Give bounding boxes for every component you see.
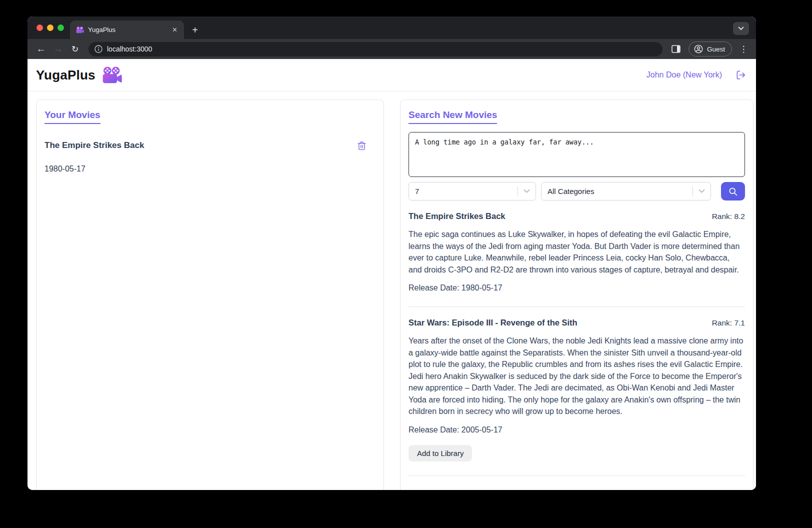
result-header: Star Wars: Episode III - Revenge of the … [408, 318, 745, 328]
add-to-library-button[interactable]: Add to Library [408, 445, 472, 462]
browser-toolbar: ← → ↻ localhost:3000 Guest ⋮ [28, 39, 756, 59]
profile-button[interactable]: Guest [688, 42, 732, 56]
result-header: The Empire Strikes Back Rank: 8.2 [408, 212, 745, 221]
guest-avatar-icon [694, 44, 704, 54]
tab-title: YugaPlus [88, 26, 166, 34]
category-value: All Categories [548, 187, 692, 196]
url-text: localhost:3000 [107, 45, 152, 53]
results-limit-value: 7 [415, 187, 518, 196]
search-result: The Empire Strikes Back Rank: 8.2 The ep… [408, 212, 745, 307]
library-movie-row: The Empire Strikes Back [44, 140, 376, 151]
side-panel-icon [672, 45, 680, 53]
result-description: The epic saga continues as Luke Skywalke… [408, 228, 745, 276]
result-release-date: Release Date: 1980-05-17 [408, 284, 745, 292]
side-panel-button[interactable] [668, 42, 684, 56]
search-result: Star Wars: Episode III - Revenge of the … [408, 318, 745, 476]
result-release-date: Release Date: 2005-05-17 [408, 426, 745, 434]
forward-button[interactable]: → [50, 42, 66, 56]
chevron-down-icon [693, 189, 710, 194]
tab-yugaplus[interactable]: YugaPlus ✕ [70, 20, 184, 39]
search-controls: 7 All Categories [408, 182, 745, 200]
search-icon [728, 186, 738, 196]
search-panel: Search New Movies A long time ago in a g… [400, 100, 754, 490]
movie-camera-icon [102, 66, 122, 84]
close-window-button[interactable] [36, 24, 43, 31]
your-movies-title: Your Movies [44, 110, 100, 124]
search-new-movies-title: Search New Movies [408, 110, 497, 124]
site-info-icon[interactable] [94, 45, 102, 53]
minimize-window-button[interactable] [47, 24, 54, 31]
tab-search-chevron-button[interactable] [733, 22, 749, 35]
search-button[interactable] [721, 182, 745, 200]
yugaplus-page: YugaPlus John Doe (New York) [28, 59, 756, 490]
browser-window: YugaPlus ✕ + ← → ↻ localhost:3000 [28, 16, 756, 490]
trash-icon [357, 140, 366, 151]
user-account-link[interactable]: John Doe (New York) [646, 70, 722, 80]
result-rank: Rank: 7.1 [712, 318, 745, 328]
chevron-down-icon [738, 26, 744, 30]
tab-strip: YugaPlus ✕ + [28, 16, 756, 39]
result-title: The Empire Strikes Back [408, 212, 506, 221]
address-bar[interactable]: localhost:3000 [88, 42, 662, 56]
your-movies-panel: Your Movies The Empire Strikes Back 1980… [36, 100, 384, 490]
delete-movie-button[interactable] [357, 140, 366, 151]
result-description: Years after the onset of the Clone Wars,… [408, 335, 745, 418]
library-movie-title: The Empire Strikes Back [44, 140, 144, 150]
app-header: YugaPlus John Doe (New York) [28, 59, 756, 92]
reload-button[interactable]: ↻ [68, 42, 82, 56]
guest-label: Guest [707, 46, 725, 53]
category-select[interactable]: All Categories [541, 182, 711, 200]
search-query-input[interactable]: A long time ago in a galaxy far, far awa… [408, 132, 745, 177]
tab-favicon-movie-camera-icon [76, 26, 84, 34]
tab-close-icon[interactable]: ✕ [170, 25, 179, 34]
logout-button[interactable] [736, 70, 746, 80]
back-button[interactable]: ← [34, 42, 48, 56]
app-logo-text: YugaPlus [36, 68, 96, 83]
new-tab-button[interactable]: + [188, 23, 202, 37]
result-rank: Rank: 8.2 [712, 212, 745, 221]
result-divider [408, 476, 745, 476]
maximize-window-button[interactable] [58, 24, 64, 31]
results-limit-select[interactable]: 7 [408, 182, 536, 200]
result-title: Star Wars: Episode III - Revenge of the … [408, 318, 578, 328]
browser-menu-button[interactable]: ⋮ [737, 42, 750, 56]
chevron-down-icon [518, 189, 536, 194]
logout-icon [736, 70, 746, 80]
library-movie-date: 1980-05-17 [44, 164, 376, 174]
result-divider [408, 306, 745, 307]
window-controls [36, 16, 64, 39]
main-content: Your Movies The Empire Strikes Back 1980… [28, 92, 756, 490]
